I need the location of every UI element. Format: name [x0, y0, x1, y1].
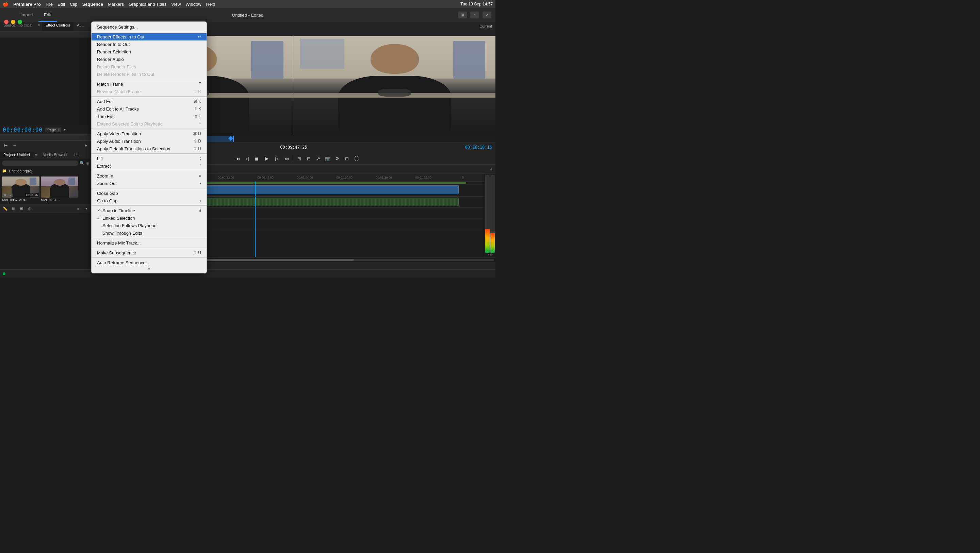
menu-render-selection[interactable]: Render Selection	[92, 48, 207, 56]
list-item[interactable]: MVI_0967...	[41, 176, 78, 202]
sep-4	[92, 129, 207, 129]
menu-zoom-in[interactable]: Zoom In =	[92, 172, 207, 180]
sep-8	[92, 205, 207, 206]
new-bin-icon[interactable]: ⊕	[86, 161, 89, 165]
export-btn[interactable]: ↗	[314, 154, 322, 162]
sep-2	[92, 79, 207, 79]
menu-match-frame[interactable]: Match Frame F	[92, 80, 207, 88]
stop-btn[interactable]: ◼	[253, 154, 261, 162]
play-btn[interactable]: ▶	[262, 154, 272, 163]
sort-btn[interactable]: ≡	[75, 205, 81, 211]
mark-in-btn[interactable]: ⊢	[2, 142, 10, 149]
menu-sequence[interactable]: Sequence	[82, 2, 103, 7]
list-view-btn[interactable]: ☰	[10, 205, 16, 211]
fullscreen-prog-btn[interactable]: ⛶	[352, 154, 360, 162]
menu-extract[interactable]: Extract '	[92, 162, 207, 170]
menu-add-edit[interactable]: Add Edit ⌘ K	[92, 98, 207, 105]
nav-arrow[interactable]: ▾	[64, 128, 66, 132]
menu-apply-audio-transition[interactable]: Apply Audio Transition ⇧ D	[92, 137, 207, 145]
menu-auto-reframe[interactable]: Auto Reframe Sequence...	[92, 259, 207, 266]
video-current	[294, 36, 496, 136]
menu-zoom-out[interactable]: Zoom Out -	[92, 180, 207, 187]
insert-btn[interactable]: ⊞	[295, 154, 303, 162]
window-title: Untitled - Edited	[232, 13, 264, 17]
menu-apply-default-transitions[interactable]: Apply Default Transitions to Selection ⇧…	[92, 145, 207, 153]
new-item-btn[interactable]: ✏️	[2, 205, 8, 211]
menu-edit[interactable]: Edit	[57, 2, 65, 7]
menu-add-edit-all[interactable]: Add Edit to All Tracks ⇧ K	[92, 105, 207, 113]
menu-apply-video-transition[interactable]: Apply Video Transition ⌘ D	[92, 130, 207, 137]
fullscreen-button[interactable]	[18, 20, 22, 24]
menu-trim-edit[interactable]: Trim Edit ⇧ T	[92, 113, 207, 120]
zoom-thumb-btn[interactable]: ▾	[83, 205, 89, 211]
menu-lift[interactable]: Lift ;	[92, 155, 207, 162]
menu-file[interactable]: File	[46, 2, 53, 7]
thumb-img-inner-2	[41, 176, 78, 198]
shortcut-extend-edit: E	[198, 121, 201, 126]
menu-render-effects-in-out[interactable]: Render Effects In to Out ↩	[92, 33, 207, 40]
grid-view-btn[interactable]: ⊞	[18, 205, 24, 211]
compare-btn[interactable]: ⊡	[343, 154, 351, 162]
menu-snap-timeline[interactable]: ✓ Snap in Timeline S	[92, 207, 207, 214]
menu-render-audio[interactable]: Render Audio	[92, 56, 207, 63]
source-menu-icon[interactable]: ≡	[36, 22, 42, 31]
minimize-button[interactable]	[11, 20, 15, 24]
tab-effect-controls[interactable]: Effect Controls	[42, 22, 73, 31]
cam-btn[interactable]: 📷	[324, 154, 332, 162]
menu-graphics-titles[interactable]: Graphics and Titles	[129, 2, 166, 7]
add-track-btn[interactable]: +	[490, 166, 493, 172]
sep-5	[92, 153, 207, 154]
menu-delete-render-files: Delete Render Files	[92, 63, 207, 70]
add-btn[interactable]: +	[82, 142, 89, 149]
automate-btn[interactable]: ◎	[27, 205, 33, 211]
thumbnail-grid: 16:18:15 ⊞♬ MVI_0967.MP4	[0, 175, 92, 204]
settings-btn[interactable]: ⚙	[333, 154, 341, 162]
meter-s-right: S	[490, 253, 492, 256]
go-to-out-btn[interactable]: ⏭	[282, 154, 291, 162]
menu-selection-follows-playhead[interactable]: Selection Follows Playhead	[92, 222, 207, 229]
close-button[interactable]	[4, 20, 8, 24]
traffic-lights	[4, 20, 22, 24]
playhead-video	[255, 184, 256, 196]
mark-out-btn[interactable]: ⊣	[11, 142, 18, 149]
search-input[interactable]	[2, 160, 78, 166]
overwrite-btn[interactable]: ⊟	[305, 154, 313, 162]
menu-clip[interactable]: Clip	[70, 2, 77, 7]
menu-close-gap[interactable]: Close Gap	[92, 189, 207, 197]
menu-premiere-pro[interactable]: Premiere Pro	[13, 2, 41, 7]
menu-render-in-out[interactable]: Render In to Out	[92, 40, 207, 48]
menu-help[interactable]: Help	[206, 2, 215, 7]
tab-libraries[interactable]: Li...	[71, 152, 84, 158]
tab-media-browser[interactable]: Media Browser	[39, 152, 71, 158]
search-icon[interactable]: 🔍	[80, 161, 85, 165]
main-layout: Source: (no clips) ≡ Effect Controls Au.…	[0, 22, 495, 269]
menu-show-through-edits[interactable]: Show Through Edits	[92, 229, 207, 237]
header-btn-3[interactable]: ⤢	[482, 11, 492, 18]
menu-go-to-gap[interactable]: Go to Gap ›	[92, 197, 207, 204]
go-to-in-btn[interactable]: ⏮	[234, 154, 242, 162]
tab-audio[interactable]: Au...	[73, 22, 88, 31]
menu-normalize-mix[interactable]: Normalize Mix Track...	[92, 239, 207, 246]
shortcut-add-edit-all: ⇧ K	[194, 106, 201, 111]
header-btn-2[interactable]: ↑	[470, 11, 479, 18]
sequence-dropdown-menu: Sequence Settings... Render Effects In t…	[91, 21, 207, 273]
step-fwd-btn[interactable]: ▷	[273, 154, 281, 162]
apple-menu[interactable]: 🍎	[3, 2, 8, 7]
shortcut-snap: S	[198, 208, 201, 213]
sep-9	[92, 238, 207, 238]
ruler-mark-7: 00:01:52:00	[404, 176, 443, 179]
tab-project[interactable]: Project: Untitled	[0, 152, 33, 158]
menu-make-subsequence[interactable]: Make Subsequence ⇧ U	[92, 249, 207, 256]
list-item[interactable]: 16:18:15 ⊞♬ MVI_0967.MP4	[2, 176, 40, 202]
menu-view[interactable]: View	[171, 2, 181, 7]
shortcut-extract: '	[200, 164, 201, 168]
project-menu-icon[interactable]: ≡	[33, 151, 40, 158]
header-btn-1[interactable]: ⊞	[458, 11, 467, 18]
menu-sequence-settings[interactable]: Sequence Settings...	[92, 23, 207, 30]
tab-edit[interactable]: Edit	[38, 8, 57, 22]
step-back-btn[interactable]: ◁	[243, 154, 251, 162]
menu-markers[interactable]: Markers	[108, 2, 124, 7]
menu-window[interactable]: Window	[185, 2, 201, 7]
menu-linked-selection[interactable]: ✓ Linked Selection	[92, 214, 207, 222]
ruler-mark-8: 0	[443, 176, 482, 179]
